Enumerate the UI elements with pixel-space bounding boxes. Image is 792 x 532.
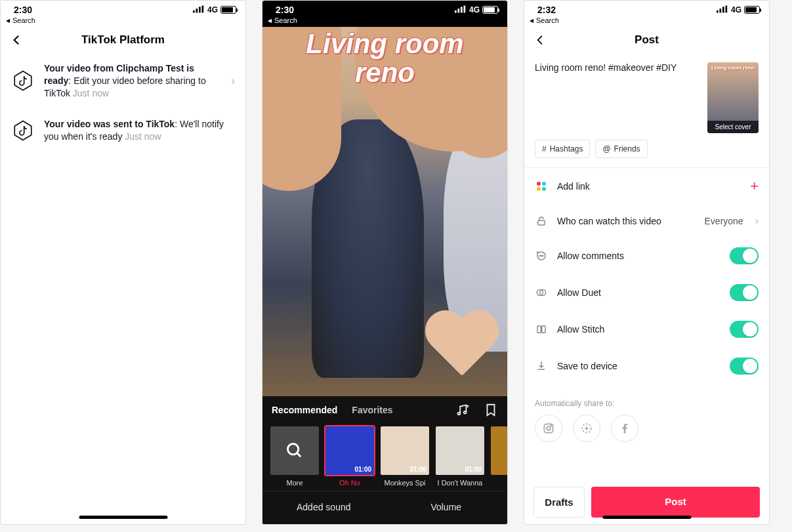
- search-icon: [270, 426, 319, 475]
- add-link-row[interactable]: Add link +: [524, 168, 769, 205]
- sound-tabs: Recommended Favorites: [262, 403, 507, 417]
- drafts-button[interactable]: Drafts: [533, 487, 585, 518]
- toggle-allow-duet[interactable]: [730, 284, 759, 301]
- chevron-right-icon: ›: [231, 74, 235, 88]
- svg-rect-6: [455, 10, 457, 12]
- tab-favorites[interactable]: Favorites: [352, 405, 392, 415]
- save-device-row: Save to device: [524, 348, 769, 384]
- notification-text: Your video was sent to TikTok: We'll not…: [44, 118, 235, 143]
- track-item[interactable]: Wea: [491, 426, 507, 487]
- chip-row: #Hashtags @Friends: [524, 140, 769, 167]
- video-title-overlay: Living room reno: [262, 30, 507, 87]
- back-button[interactable]: [533, 33, 547, 47]
- notification-row[interactable]: Your video from Clipchamp Test is ready:…: [1, 53, 245, 109]
- svg-rect-1: [196, 9, 198, 12]
- status-time: 2:30: [14, 5, 32, 15]
- share-instagram-icon[interactable]: [535, 415, 562, 442]
- track-item[interactable]: 01:00 Oh No: [325, 426, 374, 487]
- share-label: Automatically share to:: [535, 399, 759, 408]
- stitch-icon: [535, 323, 548, 336]
- status-right: 4G: [193, 5, 236, 15]
- svg-point-20: [541, 255, 541, 256]
- svg-rect-8: [461, 7, 463, 12]
- status-time: 2:32: [537, 5, 556, 15]
- track-more[interactable]: More: [270, 426, 319, 487]
- post-button[interactable]: Post: [591, 487, 760, 518]
- cover-thumbnail[interactable]: Living room reno Select cover: [707, 62, 759, 133]
- track-thumbnail: 01:00: [436, 426, 484, 475]
- svg-point-11: [464, 411, 467, 414]
- download-icon: [535, 359, 548, 373]
- svg-point-28: [551, 425, 552, 426]
- svg-point-10: [458, 413, 461, 415]
- toggle-save-device[interactable]: [730, 358, 759, 375]
- friends-chip[interactable]: @Friends: [595, 140, 647, 158]
- added-sound-button[interactable]: Added sound: [262, 491, 385, 524]
- allow-stitch-row: Allow Stitch: [524, 311, 769, 348]
- svg-rect-3: [201, 5, 203, 12]
- track-item[interactable]: 01:00 Monkeys Spi: [381, 426, 429, 487]
- notification-row[interactable]: Your video was sent to TikTok: We'll not…: [1, 109, 245, 152]
- track-list[interactable]: More 01:00 Oh No 01:00 Monkeys Spi 01:00…: [262, 417, 507, 491]
- svg-rect-7: [457, 9, 459, 12]
- notification-list: Your video from Clipchamp Test is ready:…: [1, 53, 245, 152]
- video-preview[interactable]: Living room reno: [262, 27, 507, 396]
- track-label: Monkeys Spi: [385, 479, 426, 487]
- bookmark-icon[interactable]: [484, 403, 498, 417]
- back-to-search[interactable]: Search: [262, 15, 507, 27]
- svg-rect-25: [542, 326, 545, 333]
- network-label: 4G: [731, 5, 741, 14]
- back-to-search[interactable]: Search: [524, 15, 769, 27]
- hash-icon: #: [542, 144, 547, 153]
- caption-input[interactable]: Living room reno! #makeover #DIY: [535, 62, 701, 133]
- svg-point-21: [543, 255, 543, 256]
- volume-button[interactable]: Volume: [385, 491, 508, 524]
- share-icons: [535, 415, 759, 442]
- allow-comments-row: Allow comments: [524, 237, 769, 274]
- plus-icon: +: [750, 178, 759, 195]
- music-trim-icon[interactable]: [455, 403, 469, 417]
- share-facebook-icon[interactable]: [611, 415, 638, 442]
- back-button[interactable]: [10, 33, 23, 47]
- toggle-allow-comments[interactable]: [730, 247, 759, 264]
- comment-icon: [535, 249, 548, 262]
- back-to-search[interactable]: Search: [1, 15, 245, 27]
- svg-rect-17: [725, 5, 727, 12]
- track-label: More: [286, 479, 302, 487]
- duet-icon: [535, 286, 548, 299]
- sound-footer: Added sound Volume: [262, 491, 507, 524]
- svg-rect-14: [717, 10, 719, 12]
- nav-header: TikTok Platform: [1, 27, 245, 53]
- status-bar: 2:30 4G: [262, 1, 507, 15]
- status-bar: 2:32 4G: [524, 1, 769, 15]
- share-section: Automatically share to:: [524, 384, 769, 449]
- mention-icon: @: [602, 144, 610, 153]
- hashtags-chip[interactable]: #Hashtags: [535, 140, 590, 158]
- svg-rect-18: [538, 220, 545, 225]
- track-thumbnail: 01:00: [325, 426, 374, 475]
- share-stories-icon[interactable]: [573, 415, 600, 442]
- signal-icon: [717, 5, 728, 15]
- select-cover-label: Select cover: [707, 121, 759, 133]
- tab-recommended[interactable]: Recommended: [272, 405, 337, 415]
- screen-post: 2:32 4G Search Post Living room reno! #m…: [524, 0, 770, 525]
- track-item[interactable]: 01:00 I Don't Wanna: [436, 426, 484, 487]
- heart-shape: [422, 312, 501, 383]
- svg-rect-9: [463, 5, 465, 12]
- status-bar: 2:30 4G: [1, 1, 245, 15]
- network-label: 4G: [469, 5, 480, 14]
- svg-point-12: [288, 444, 299, 455]
- svg-rect-2: [199, 7, 201, 12]
- privacy-row[interactable]: Who can watch this video Everyone ›: [524, 205, 769, 237]
- status-time: 2:30: [276, 5, 294, 15]
- battery-icon: [744, 6, 760, 14]
- svg-rect-15: [719, 9, 721, 12]
- home-indicator: [602, 516, 691, 519]
- status-right: 4G: [455, 5, 498, 15]
- tiktok-hex-icon: [11, 119, 35, 142]
- track-label: Oh No: [339, 479, 360, 487]
- network-label: 4G: [207, 5, 218, 14]
- svg-point-19: [539, 255, 540, 256]
- chevron-right-icon: ›: [755, 215, 759, 227]
- toggle-allow-stitch[interactable]: [730, 321, 759, 338]
